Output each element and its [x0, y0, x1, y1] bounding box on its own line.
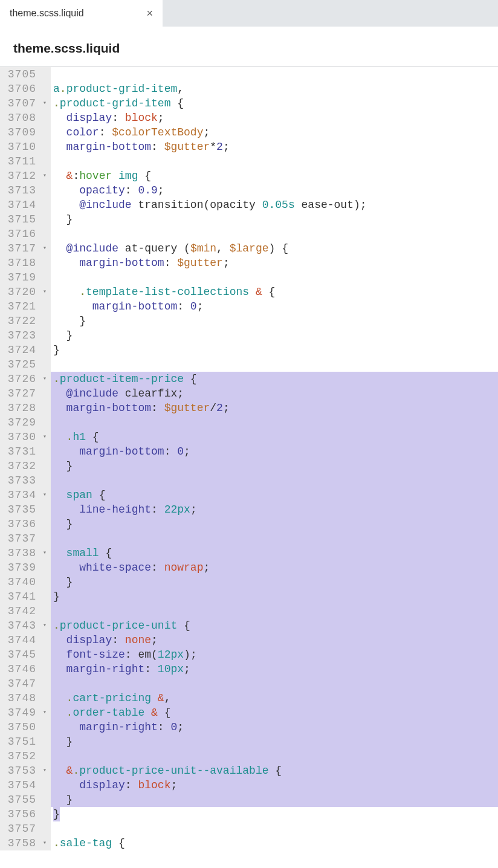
code-line[interactable]	[51, 604, 498, 618]
fold-marker[interactable]: ▾	[39, 618, 51, 633]
code-line[interactable]: }	[51, 575, 498, 589]
code-line[interactable]: display: block;	[51, 778, 498, 792]
code-line[interactable]: display: none;	[51, 633, 498, 647]
fold-marker[interactable]: ▾	[39, 430, 51, 444]
code-line[interactable]: }	[51, 517, 498, 531]
fold-marker	[39, 633, 51, 647]
code-line[interactable]	[51, 270, 498, 285]
line-number: 3741	[0, 589, 39, 604]
code-line[interactable]: font-size: em(12px);	[51, 647, 498, 662]
line-number: 3725	[0, 357, 39, 372]
code-line[interactable]: &.product-price-unit--available {	[51, 763, 498, 778]
code-line[interactable]	[51, 415, 498, 430]
code-line[interactable]: .h1 {	[51, 430, 498, 444]
code-line[interactable]: color: $colorTextBody;	[51, 125, 498, 140]
code-line[interactable]: .order-table & {	[51, 705, 498, 720]
fold-marker[interactable]: ▾	[39, 96, 51, 111]
fold-gutter: ▾▾▾▾▾▾▾▾▾▾▾▾	[39, 67, 51, 850]
code-area[interactable]: a.product-grid-item,.product-grid-item {…	[51, 67, 498, 850]
code-line[interactable]: .product-item--price {	[51, 372, 498, 386]
code-line[interactable]: }	[51, 328, 498, 343]
line-number: 3731	[0, 444, 39, 459]
fold-marker	[39, 401, 51, 415]
fold-marker[interactable]: ▾	[39, 836, 51, 850]
fold-marker[interactable]: ▾	[39, 546, 51, 560]
code-line[interactable]: .template-list-collections & {	[51, 285, 498, 299]
fold-marker[interactable]: ▾	[39, 169, 51, 183]
fold-marker[interactable]: ▾	[39, 705, 51, 720]
fold-marker	[39, 154, 51, 169]
code-line[interactable]: }	[51, 343, 498, 357]
code-line[interactable]	[51, 67, 498, 82]
tab-theme-scss-liquid[interactable]: theme.scss.liquid ×	[0, 0, 163, 27]
line-number: 3729	[0, 415, 39, 430]
fold-marker	[39, 749, 51, 763]
code-line[interactable]: display: block;	[51, 111, 498, 125]
code-line[interactable]: .sale-tag {	[51, 836, 498, 850]
code-line[interactable]: margin-bottom: $gutter;	[51, 256, 498, 270]
code-line[interactable]: }	[51, 212, 498, 227]
code-line[interactable]	[51, 154, 498, 169]
code-line[interactable]: white-space: nowrap;	[51, 560, 498, 575]
fold-marker	[39, 531, 51, 546]
line-number: 3722	[0, 314, 39, 328]
code-line[interactable]: margin-bottom: $gutter/2;	[51, 401, 498, 415]
code-line[interactable]: .product-grid-item {	[51, 96, 498, 111]
code-line[interactable]: opacity: 0.9;	[51, 183, 498, 198]
code-line[interactable]: .product-price-unit {	[51, 618, 498, 633]
line-number: 3728	[0, 401, 39, 415]
code-line[interactable]	[51, 531, 498, 546]
fold-marker[interactable]: ▾	[39, 763, 51, 778]
code-line[interactable]: }	[51, 459, 498, 473]
code-line[interactable]	[51, 749, 498, 763]
code-line[interactable]	[51, 676, 498, 691]
code-line[interactable]: margin-bottom: 0;	[51, 444, 498, 459]
line-number: 3736	[0, 517, 39, 531]
line-number: 3727	[0, 386, 39, 401]
fold-marker[interactable]: ▾	[39, 285, 51, 299]
fold-marker	[39, 183, 51, 198]
code-line[interactable]: small {	[51, 546, 498, 560]
code-line[interactable]: span {	[51, 488, 498, 502]
line-number: 3757	[0, 821, 39, 836]
line-number: 3747	[0, 676, 39, 691]
code-line[interactable]	[51, 821, 498, 836]
code-line[interactable]: }	[51, 589, 498, 604]
line-number: 3735	[0, 502, 39, 517]
code-line[interactable]: .cart-pricing &,	[51, 691, 498, 705]
code-editor[interactable]: 3705370637073708370937103711371237133714…	[0, 66, 498, 850]
code-line[interactable]: &:hover img {	[51, 169, 498, 183]
code-line[interactable]: }	[51, 314, 498, 328]
code-line[interactable]: }	[51, 792, 498, 807]
fold-marker	[39, 589, 51, 604]
code-line[interactable]: margin-right: 10px;	[51, 662, 498, 676]
code-line[interactable]: @include at-query ($min, $large) {	[51, 241, 498, 256]
line-number: 3707	[0, 96, 39, 111]
line-number: 3737	[0, 531, 39, 546]
line-number: 3717	[0, 241, 39, 256]
code-line[interactable]: line-height: 22px;	[51, 502, 498, 517]
code-line[interactable]: margin-bottom: $gutter*2;	[51, 140, 498, 154]
fold-marker	[39, 778, 51, 792]
code-line[interactable]: margin-right: 0;	[51, 720, 498, 734]
fold-marker	[39, 560, 51, 575]
code-line[interactable]: @include transition(opacity 0.05s ease-o…	[51, 198, 498, 212]
fold-marker	[39, 415, 51, 430]
close-icon[interactable]: ×	[146, 7, 153, 20]
line-number: 3746	[0, 662, 39, 676]
fold-marker	[39, 647, 51, 662]
fold-marker[interactable]: ▾	[39, 488, 51, 502]
code-line[interactable]	[51, 357, 498, 372]
code-line[interactable]: a.product-grid-item,	[51, 82, 498, 96]
code-line[interactable]: }	[51, 807, 498, 821]
fold-marker[interactable]: ▾	[39, 241, 51, 256]
line-number-gutter: 3705370637073708370937103711371237133714…	[0, 67, 39, 850]
line-number: 3733	[0, 473, 39, 488]
code-line[interactable]: @include clearfix;	[51, 386, 498, 401]
fold-marker[interactable]: ▾	[39, 372, 51, 386]
code-line[interactable]	[51, 227, 498, 241]
code-line[interactable]	[51, 473, 498, 488]
fold-marker	[39, 270, 51, 285]
code-line[interactable]: margin-bottom: 0;	[51, 299, 498, 314]
code-line[interactable]: }	[51, 734, 498, 749]
